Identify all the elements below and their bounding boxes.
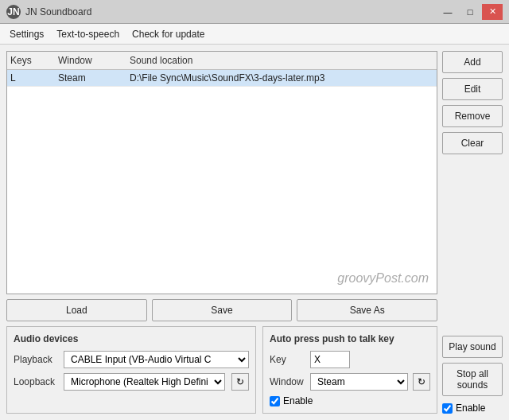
remove-button[interactable]: Remove	[442, 105, 503, 127]
loopback-select[interactable]: Microphone (Realtek High Defini	[64, 373, 225, 391]
file-buttons: Load Save Save As	[6, 299, 437, 321]
right-panel: Add Edit Remove Clear Play sound Stop al…	[442, 51, 503, 414]
auto-press-section: Auto press push to talk key Key Window S…	[262, 326, 437, 414]
key-label: Key	[270, 354, 305, 365]
enable-label: Enable	[283, 395, 313, 406]
menu-item-settings[interactable]: Settings	[3, 26, 50, 42]
close-button[interactable]: ✕	[482, 4, 503, 20]
add-button[interactable]: Add	[442, 51, 503, 73]
audio-devices-title: Audio devices	[14, 333, 249, 344]
watermark-text: groovyPost.com	[337, 271, 429, 286]
save-button[interactable]: Save	[152, 299, 293, 321]
loopback-row: Loopback Microphone (Realtek High Defini…	[14, 373, 249, 391]
app-icon: JN	[6, 5, 21, 19]
loopback-label: Loopback	[14, 376, 57, 387]
table-body[interactable]: L Steam D:\File Sync\Music\SoundFX\3-day…	[7, 70, 437, 291]
audio-devices-section: Audio devices Playback CABLE Input (VB-A…	[6, 326, 256, 414]
auto-press-title: Auto press push to talk key	[270, 333, 430, 344]
menu-item-tts[interactable]: Text-to-speech	[50, 26, 126, 42]
title-bar: JN JN Soundboard — □ ✕	[0, 0, 509, 24]
table-row[interactable]: L Steam D:\File Sync\Music\SoundFX\3-day…	[7, 70, 437, 87]
playback-label: Playback	[14, 354, 57, 365]
row-window: Steam	[58, 72, 130, 84]
main-container: Keys Window Sound location L Steam D:\Fi…	[0, 45, 509, 420]
playback-select[interactable]: CABLE Input (VB-Audio Virtual C	[64, 351, 249, 368]
table-header: Keys Window Sound location	[7, 52, 437, 70]
playback-row: Playback CABLE Input (VB-Audio Virtual C	[14, 351, 249, 368]
menu-item-update[interactable]: Check for update	[126, 26, 211, 42]
col-window: Window	[58, 55, 130, 66]
maximize-button[interactable]: □	[460, 4, 480, 20]
window-refresh-button[interactable]: ↻	[413, 373, 430, 391]
enable-row: Enable	[270, 395, 430, 406]
key-input[interactable]	[310, 351, 350, 368]
col-sound: Sound location	[130, 55, 433, 66]
clear-button[interactable]: Clear	[442, 132, 503, 154]
enable-right-label: Enable	[456, 402, 485, 414]
left-panel: Keys Window Sound location L Steam D:\Fi…	[6, 51, 437, 414]
row-key: L	[10, 72, 58, 84]
bottom-sections: Audio devices Playback CABLE Input (VB-A…	[6, 326, 437, 414]
load-button[interactable]: Load	[6, 299, 147, 321]
window-title: JN Soundboard	[25, 6, 91, 18]
play-sound-button[interactable]: Play sound	[442, 336, 503, 358]
window-controls: — □ ✕	[437, 4, 503, 20]
edit-button[interactable]: Edit	[442, 78, 503, 100]
window-select[interactable]: Steam	[310, 373, 408, 391]
sound-table: Keys Window Sound location L Steam D:\Fi…	[6, 51, 437, 294]
minimize-button[interactable]: —	[437, 4, 458, 20]
enable-checkbox[interactable]	[270, 396, 280, 406]
col-keys: Keys	[10, 55, 58, 66]
enable-right-checkbox[interactable]	[442, 403, 453, 414]
enable-right-row: Enable	[442, 402, 503, 414]
save-as-button[interactable]: Save As	[297, 299, 437, 321]
window-row: Window Steam ↻	[270, 373, 430, 391]
key-row: Key	[270, 351, 430, 368]
spacer	[442, 159, 503, 331]
stop-all-button[interactable]: Stop all sounds	[442, 363, 503, 396]
menu-bar: Settings Text-to-speech Check for update	[0, 24, 509, 45]
loopback-refresh-button[interactable]: ↻	[231, 373, 249, 391]
row-sound: D:\File Sync\Music\SoundFX\3-days-later.…	[130, 72, 433, 84]
window-label: Window	[270, 376, 305, 387]
